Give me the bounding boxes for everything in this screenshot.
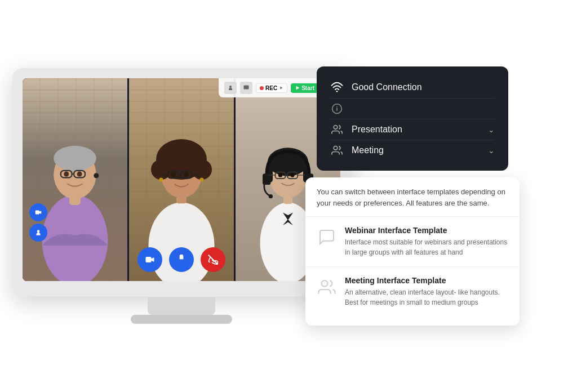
video-toggle-button[interactable]: [137, 247, 162, 272]
connection-bar: Good Connection: [317, 66, 508, 171]
svg-point-22: [172, 144, 190, 162]
svg-point-13: [37, 230, 40, 233]
video-cell-1: [23, 78, 127, 281]
participant-badge: [29, 203, 47, 242]
svg-point-20: [159, 149, 174, 164]
dropdown-header: You can switch between interface templat…: [305, 186, 520, 217]
rec-label: REC: [265, 85, 277, 91]
monitor: REC Start: [12, 68, 350, 324]
users-icon-presentation: [330, 124, 344, 135]
main-scene: REC Start: [12, 10, 565, 382]
presentation-chevron: ⌄: [488, 125, 495, 134]
webinar-icon: [317, 227, 337, 247]
svg-point-54: [322, 280, 328, 287]
svg-point-48: [336, 91, 338, 92]
connection-status: Good Connection: [352, 82, 495, 92]
meeting-row[interactable]: Meeting ⌄: [330, 140, 495, 161]
meeting-description: An alternative, clean interface layout- …: [345, 287, 508, 308]
monitor-body: REC Start: [12, 68, 350, 297]
svg-point-11: [77, 172, 82, 177]
meeting-title: Meeting Interface Template: [345, 276, 508, 285]
dropdown-header-text: You can switch between interface templat…: [317, 188, 505, 207]
wifi-icon: [330, 81, 344, 93]
svg-point-52: [334, 126, 338, 130]
connection-row: Good Connection: [330, 77, 495, 99]
svg-point-0: [229, 86, 232, 88]
info-icon: [330, 103, 344, 114]
rec-dot: [260, 86, 264, 90]
monitor-base: [131, 315, 232, 324]
mic-toggle-button[interactable]: [169, 247, 194, 272]
interface-dropdown: You can switch between interface templat…: [305, 177, 520, 326]
svg-point-6: [54, 146, 96, 171]
monitor-screen: REC Start: [23, 78, 340, 281]
presentation-row[interactable]: Presentation ⌄: [330, 119, 495, 140]
users-icon-meeting: [330, 145, 344, 156]
rec-badge[interactable]: REC: [256, 83, 287, 93]
presentation-label: Presentation: [352, 124, 480, 135]
meeting-icon: [317, 277, 337, 297]
topbar-icon-2: [240, 82, 252, 94]
end-call-button[interactable]: [201, 247, 225, 272]
webinar-title: Webinar Interface Template: [345, 226, 508, 235]
webinar-template-text: Webinar Interface Template Interface mos…: [345, 226, 508, 257]
svg-point-10: [64, 172, 69, 177]
svg-point-31: [199, 177, 203, 181]
svg-point-47: [291, 173, 295, 177]
badge-user: [29, 224, 47, 242]
topbar-icon-1: [224, 82, 237, 94]
svg-point-12: [94, 173, 99, 178]
meeting-label: Meeting: [352, 145, 480, 155]
monitor-stand: [148, 297, 215, 315]
svg-point-53: [334, 146, 338, 150]
svg-point-28: [171, 172, 176, 177]
svg-point-21: [189, 149, 205, 164]
badge-video: [29, 203, 47, 221]
svg-point-46: [278, 173, 282, 177]
right-panel: Good Connection: [317, 66, 520, 326]
svg-point-40: [269, 194, 273, 198]
start-button[interactable]: Start: [291, 83, 319, 93]
webinar-description: Interface most suitable for webinars and…: [345, 237, 508, 257]
svg-point-29: [184, 172, 189, 177]
meeting-template-text: Meeting Interface Template An alternativ…: [345, 276, 508, 308]
meeting-template-item[interactable]: Meeting Interface Template An alternativ…: [305, 267, 520, 317]
call-controls: [137, 247, 225, 272]
start-label: Start: [301, 85, 314, 91]
meeting-chevron: ⌄: [488, 146, 495, 155]
svg-point-30: [159, 177, 163, 181]
webinar-template-item[interactable]: Webinar Interface Template Interface mos…: [305, 217, 520, 267]
info-row[interactable]: [330, 99, 495, 119]
svg-rect-1: [244, 86, 249, 90]
